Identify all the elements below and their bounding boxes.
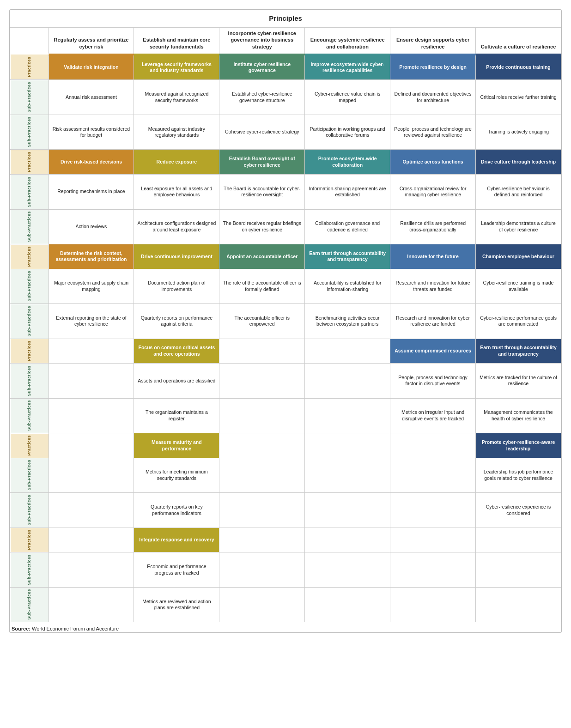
sub-practice-cell: Measured against industry regulatory sta…	[134, 115, 219, 150]
row-label: Practices	[10, 433, 49, 458]
sub-practice-cell: Economic and performance progress are tr…	[134, 552, 219, 588]
practice-cell: Leverage security frameworks and industr…	[134, 55, 219, 80]
row-label: Sub-Practices	[10, 115, 49, 150]
sub-practice-cell	[49, 458, 134, 493]
practice-cell: Integrate response and recovery	[134, 528, 219, 552]
sub-practice-cell: Cohesive cyber-resilience strategy	[219, 115, 305, 150]
practice-row: PracticesFocus on common critical assets…	[10, 339, 561, 364]
sub-practice-cell: The role of the accountable officer is f…	[219, 269, 305, 304]
sub-practice-cell: People, process and technology factor in…	[390, 364, 476, 399]
sub-practice-cell: Benchmarking activities occur between ec…	[305, 304, 390, 339]
sub-practice-cell: Cyber-resilience training is made availa…	[476, 269, 561, 304]
practice-cell	[390, 433, 476, 458]
sub-practice-cell: Least exposure for all assets and employ…	[134, 175, 219, 210]
practice-cell	[305, 339, 390, 364]
practice-cell: Drive risk-based decisions	[49, 150, 134, 175]
row-label: Sub-Practices	[10, 493, 49, 528]
sub-practice-row: Sub-PracticesQuarterly reports on key pe…	[10, 493, 561, 528]
practice-cell	[49, 528, 134, 552]
header-label-cell	[10, 28, 49, 55]
sub-practice-cell	[305, 364, 390, 399]
sub-practice-cell: Annual risk assessment	[49, 80, 134, 115]
practice-cell: Promote resilience by design	[390, 55, 476, 80]
practice-row: PracticesValidate risk integrationLevera…	[10, 55, 561, 80]
source-value: World Economic Forum and Accenture	[32, 626, 119, 631]
sub-practice-cell	[305, 458, 390, 493]
sub-practice-cell: Measured against recognized security fra…	[134, 80, 219, 115]
sub-practice-cell: People, process and technology are revie…	[390, 115, 476, 150]
sub-practice-cell	[305, 493, 390, 528]
sub-practice-cell: Metrics are tracked for the culture of r…	[476, 364, 561, 399]
practice-cell: Appoint an accountable officer	[219, 244, 305, 269]
sub-practice-cell	[305, 587, 390, 622]
sub-practice-cell: External reporting on the state of cyber…	[49, 304, 134, 339]
sub-practice-cell	[219, 493, 305, 528]
sub-practice-row: Sub-PracticesReporting mechanisms in pla…	[10, 175, 561, 210]
sub-practice-cell: Documented action plan of improvements	[134, 269, 219, 304]
sub-practice-cell: Training is actively engaging	[476, 115, 561, 150]
row-label: Sub-Practices	[10, 304, 49, 339]
practice-cell	[219, 528, 305, 552]
practice-cell: Optimize across functions	[390, 150, 476, 175]
practice-cell	[219, 433, 305, 458]
sub-practice-cell	[476, 552, 561, 588]
sub-practice-cell: Metrics on irregular input and disruptiv…	[390, 398, 476, 433]
sub-practice-cell: Cyber-resilience value chain is mapped	[305, 80, 390, 115]
source-label: Source:	[12, 626, 30, 631]
practice-cell: Promote ecosystem-wide collaboration	[305, 150, 390, 175]
header-col6: Cultivate a culture of resilience	[476, 28, 561, 55]
row-label: Practices	[10, 244, 49, 269]
sub-practice-row: Sub-PracticesMajor ecosystem and supply …	[10, 269, 561, 304]
sub-practice-cell: Resilience drills are performed cross-or…	[390, 209, 476, 244]
sub-practice-cell: Management communicates the health of cy…	[476, 398, 561, 433]
sub-practice-row: Sub-PracticesExternal reporting on the s…	[10, 304, 561, 339]
sub-practice-cell: Metrics for meeting minimum security sta…	[134, 458, 219, 493]
sub-practice-cell	[49, 587, 134, 622]
sub-practice-cell: Action reviews	[49, 209, 134, 244]
practice-cell: Champion employee behaviour	[476, 244, 561, 269]
sub-practice-cell	[476, 587, 561, 622]
sub-practice-cell: The Board is accountable for cyber-resil…	[219, 175, 305, 210]
practice-cell: Promote cyber-resilience-aware leadershi…	[476, 433, 561, 458]
sub-practice-cell: Reporting mechanisms in place	[49, 175, 134, 210]
sub-practice-cell	[390, 587, 476, 622]
header-col1: Regularly assess and prioritize cyber ri…	[49, 28, 134, 55]
sub-practice-cell: Research and innovation for future threa…	[390, 269, 476, 304]
practice-row: PracticesDrive risk-based decisionsReduc…	[10, 150, 561, 175]
sub-practice-row: Sub-PracticesEconomic and performance pr…	[10, 552, 561, 588]
row-label: Sub-Practices	[10, 209, 49, 244]
sub-practice-cell: Critical roles receive further training	[476, 80, 561, 115]
sub-practice-cell: Information-sharing agreements are estab…	[305, 175, 390, 210]
sub-practice-cell: Established cyber-resilience governance …	[219, 80, 305, 115]
practice-cell	[390, 528, 476, 552]
practice-cell	[219, 339, 305, 364]
row-label: Sub-Practices	[10, 552, 49, 588]
sub-practice-cell	[390, 493, 476, 528]
row-label: Sub-Practices	[10, 80, 49, 115]
practice-cell	[305, 528, 390, 552]
row-label: Sub-Practices	[10, 398, 49, 433]
sub-practice-cell	[219, 587, 305, 622]
sub-practice-cell	[49, 552, 134, 588]
practice-cell: Earn trust through accountability and tr…	[476, 339, 561, 364]
practice-row: PracticesMeasure maturity and performanc…	[10, 433, 561, 458]
source-line: Source: World Economic Forum and Accentu…	[10, 622, 561, 632]
practice-cell: Establish Board oversight of cyber resil…	[219, 150, 305, 175]
sub-practice-cell: Quarterly reports on key performance ind…	[134, 493, 219, 528]
practice-cell: Focus on common critical assets and core…	[134, 339, 219, 364]
practice-cell: Determine the risk context, assessments …	[49, 244, 134, 269]
sub-practice-cell	[219, 398, 305, 433]
sub-practice-cell: Architecture configurations designed aro…	[134, 209, 219, 244]
sub-practice-cell: Risk assessment results considered for b…	[49, 115, 134, 150]
sub-practice-row: Sub-PracticesAnnual risk assessmentMeasu…	[10, 80, 561, 115]
practice-cell: Assume compromised resources	[390, 339, 476, 364]
header-col5: Ensure design supports cyber resilience	[390, 28, 476, 55]
sub-practice-cell: Metrics are reviewed and action plans ar…	[134, 587, 219, 622]
header-col2: Establish and maintain core security fun…	[134, 28, 219, 55]
practice-cell: Drive culture through leadership	[476, 150, 561, 175]
sub-practice-row: Sub-PracticesMetrics for meeting minimum…	[10, 458, 561, 493]
practice-cell: Institute cyber-resilience governance	[219, 55, 305, 80]
main-table: Regularly assess and prioritize cyber ri…	[10, 27, 561, 622]
row-label: Sub-Practices	[10, 269, 49, 304]
sub-practice-cell	[305, 552, 390, 588]
